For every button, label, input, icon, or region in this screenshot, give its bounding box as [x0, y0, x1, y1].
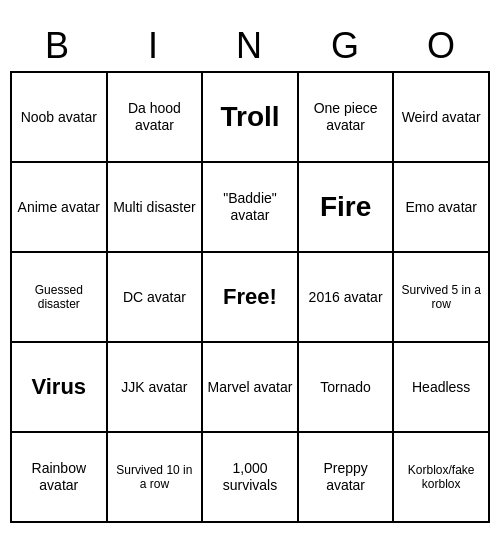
- bingo-cell-2: Troll: [203, 73, 299, 163]
- bingo-letter: G: [302, 25, 390, 67]
- bingo-cell-9: Emo avatar: [394, 163, 490, 253]
- bingo-cell-4: Weird avatar: [394, 73, 490, 163]
- bingo-cell-24: Korblox/fake korblox: [394, 433, 490, 523]
- bingo-grid: Noob avatarDa hood avatarTrollOne piece …: [10, 71, 490, 523]
- bingo-title: BINGO: [10, 21, 490, 71]
- bingo-cell-13: 2016 avatar: [299, 253, 395, 343]
- bingo-letter: N: [206, 25, 294, 67]
- bingo-cell-15: Virus: [12, 343, 108, 433]
- bingo-cell-20: Rainbow avatar: [12, 433, 108, 523]
- bingo-cell-8: Fire: [299, 163, 395, 253]
- bingo-cell-12: Free!: [203, 253, 299, 343]
- bingo-cell-21: Survived 10 in a row: [108, 433, 204, 523]
- bingo-cell-14: Survived 5 in a row: [394, 253, 490, 343]
- bingo-cell-23: Preppy avatar: [299, 433, 395, 523]
- bingo-cell-1: Da hood avatar: [108, 73, 204, 163]
- bingo-cell-11: DC avatar: [108, 253, 204, 343]
- bingo-cell-17: Marvel avatar: [203, 343, 299, 433]
- bingo-cell-10: Guessed disaster: [12, 253, 108, 343]
- bingo-cell-22: 1,000 survivals: [203, 433, 299, 523]
- bingo-letter: I: [110, 25, 198, 67]
- bingo-letter: O: [398, 25, 486, 67]
- bingo-cell-0: Noob avatar: [12, 73, 108, 163]
- bingo-cell-6: Multi disaster: [108, 163, 204, 253]
- bingo-cell-16: JJK avatar: [108, 343, 204, 433]
- bingo-cell-3: One piece avatar: [299, 73, 395, 163]
- bingo-card: BINGO Noob avatarDa hood avatarTrollOne …: [10, 21, 490, 523]
- bingo-cell-19: Headless: [394, 343, 490, 433]
- bingo-cell-5: Anime avatar: [12, 163, 108, 253]
- bingo-cell-7: "Baddie" avatar: [203, 163, 299, 253]
- bingo-cell-18: Tornado: [299, 343, 395, 433]
- bingo-letter: B: [14, 25, 102, 67]
